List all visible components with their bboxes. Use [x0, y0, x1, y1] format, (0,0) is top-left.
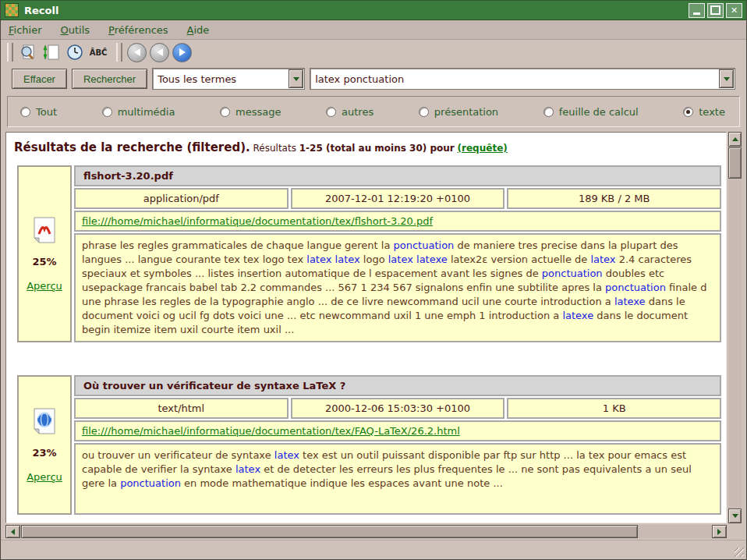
minimize-icon — [693, 12, 700, 15]
category-radio-message[interactable]: message — [220, 106, 281, 118]
result-side-panel: 25% Aperçu — [17, 165, 72, 342]
category-radio-texte[interactable]: texte — [683, 106, 725, 118]
result-url-link[interactable]: file:///home/michael/informatique/docume… — [82, 425, 460, 437]
arrow-left-icon — [134, 48, 140, 56]
search-row: Effacer Rechercher Tous les termes latex… — [1, 65, 746, 93]
chevron-down-icon — [724, 77, 730, 81]
scroll-right-button[interactable] — [712, 525, 727, 538]
status-bar — [1, 540, 746, 559]
results-count-label: Résultats — [253, 143, 296, 154]
result-date: 2007-12-01 12:19:20 +0100 — [291, 188, 505, 209]
radio-icon[interactable] — [419, 107, 429, 117]
category-radio-multimédia[interactable]: multimédia — [102, 106, 175, 118]
results-header: Résultats de la recherche (filtered). Ré… — [14, 140, 723, 154]
search-input[interactable]: latex ponctuation — [310, 73, 719, 85]
horizontal-scroll-track[interactable] — [20, 525, 712, 538]
preview-document-button[interactable] — [18, 42, 38, 62]
vertical-scrollbar[interactable] — [728, 132, 742, 523]
results-list: Résultats de la recherche (filtered). Ré… — [5, 132, 727, 523]
relevance-percent: 25% — [32, 256, 56, 268]
radio-icon[interactable] — [683, 107, 693, 117]
arrow-right-icon — [179, 48, 186, 56]
scroll-up-button[interactable] — [728, 132, 742, 147]
result-url-link[interactable]: file:///home/michael/informatique/docume… — [82, 215, 433, 227]
scrollbar-corner — [727, 523, 742, 538]
radio-icon[interactable] — [543, 107, 554, 117]
previous-page-button[interactable] — [150, 43, 169, 62]
category-radio-Tout[interactable]: Tout — [20, 106, 57, 118]
horizontal-scroll-thumb[interactable] — [21, 525, 638, 538]
preview-link[interactable]: Aperçu — [27, 280, 62, 292]
horizontal-scrollbar[interactable] — [5, 525, 727, 538]
preview-link[interactable]: Aperçu — [27, 471, 62, 483]
result-entry: 23% Aperçu Où trouver un vérificateur de… — [17, 375, 721, 515]
update-index-button[interactable] — [41, 42, 62, 62]
radio-label: texte — [699, 106, 725, 118]
toolbar-handle[interactable] — [7, 43, 13, 62]
html-icon — [33, 408, 56, 434]
history-button[interactable] — [65, 42, 85, 62]
arrow-up-icon — [732, 137, 738, 141]
search-query-combo[interactable]: latex ponctuation — [310, 68, 735, 90]
scroll-down-button[interactable] — [728, 509, 742, 523]
minimize-button[interactable] — [689, 3, 705, 18]
result-table: flshort-3.20.pdf application/pdf 2007-12… — [74, 165, 721, 342]
clear-button[interactable]: Effacer — [12, 69, 67, 89]
maximize-icon — [710, 5, 720, 15]
recoll-window: Recoll ✕ Fichier Outils Préférences Aide — [0, 0, 747, 560]
pdf-icon — [33, 217, 56, 243]
scroll-left-button[interactable] — [5, 525, 20, 538]
result-size: 189 KB / 2 MB — [507, 188, 721, 209]
result-mimetype: text/html — [74, 398, 289, 419]
result-size: 1 KB — [507, 398, 721, 419]
relevance-percent: 23% — [32, 447, 56, 459]
radio-label: Tout — [36, 106, 57, 118]
result-date: 2000-12-06 15:03:30 +0100 — [291, 398, 505, 419]
radio-icon[interactable] — [326, 107, 336, 117]
arrow-left-icon — [157, 48, 163, 56]
category-radio-présentation[interactable]: présentation — [419, 106, 498, 118]
result-side-panel: 23% Aperçu — [17, 375, 72, 515]
close-icon: ✕ — [731, 6, 738, 15]
vertical-scroll-thumb[interactable] — [728, 147, 742, 179]
result-entry: 25% Aperçu flshort-3.20.pdf application/… — [17, 165, 721, 342]
menu-preferences[interactable]: Préférences — [108, 24, 168, 36]
category-filter-bar: Tout multimédia message autres présentat… — [7, 96, 740, 127]
radio-icon[interactable] — [220, 107, 230, 117]
radio-icon[interactable] — [102, 107, 112, 117]
result-url-row: file:///home/michael/informatique/docume… — [74, 420, 721, 441]
menu-fichier[interactable]: Fichier — [9, 24, 42, 36]
search-button[interactable]: Rechercher — [72, 69, 147, 89]
result-meta-row: text/html 2000-12-06 15:03:30 +0100 1 KB — [74, 398, 721, 419]
resize-grip[interactable] — [735, 548, 744, 557]
arrow-left-icon — [11, 529, 15, 535]
close-button[interactable]: ✕ — [726, 3, 742, 18]
term-explorer-button[interactable]: ÂBĈ — [88, 42, 108, 62]
next-page-button[interactable] — [172, 43, 192, 62]
result-table: Où trouver un vérificateur de syntaxe La… — [74, 375, 721, 515]
spellcheck-icon: ÂBĈ — [90, 48, 108, 57]
chevron-down-icon — [293, 77, 299, 81]
query-link[interactable]: (requête) — [458, 143, 508, 154]
search-mode-select[interactable]: Tous les termes — [152, 68, 305, 90]
first-page-button[interactable] — [127, 43, 147, 62]
category-radio-feuille-de-calcul[interactable]: feuille de calcul — [543, 106, 639, 118]
radio-icon[interactable] — [20, 107, 30, 117]
dropdown-button[interactable] — [289, 69, 303, 88]
recoll-app-icon — [5, 3, 19, 17]
query-dropdown-button[interactable] — [719, 69, 734, 88]
arrow-right-icon — [717, 529, 721, 535]
menu-aide[interactable]: Aide — [187, 24, 210, 36]
result-mimetype: application/pdf — [74, 188, 289, 209]
result-snippet: ou trouver un verificateur de syntaxe la… — [74, 443, 721, 515]
radio-label: présentation — [434, 106, 498, 118]
menu-outils[interactable]: Outils — [61, 24, 90, 36]
vertical-scroll-track[interactable] — [728, 147, 742, 509]
document-magnifier-icon — [19, 44, 37, 61]
result-url-row: file:///home/michael/informatique/docume… — [74, 211, 721, 232]
maximize-button[interactable] — [707, 3, 724, 18]
toolbar-handle-2[interactable] — [116, 43, 122, 62]
radio-label: feuille de calcul — [559, 106, 639, 118]
toolbar: ÂBĈ — [1, 40, 746, 65]
category-radio-autres[interactable]: autres — [326, 106, 374, 118]
